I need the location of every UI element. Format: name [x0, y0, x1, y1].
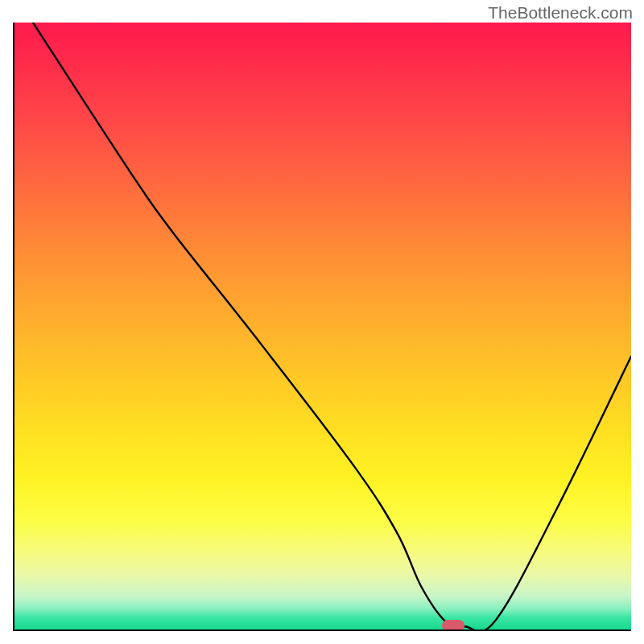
- chart-plot-area: [13, 23, 631, 631]
- chart-line-curve: [14, 23, 631, 630]
- chart-marker: [442, 620, 464, 631]
- watermark-text: TheBottleneck.com: [488, 3, 633, 23]
